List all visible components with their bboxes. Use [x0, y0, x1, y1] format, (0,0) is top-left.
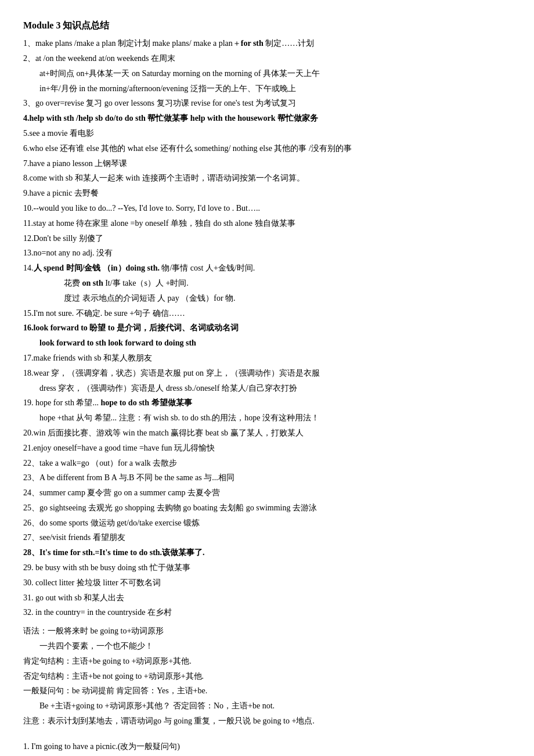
- line33: 32. in the country= in the countryside 在…: [23, 606, 511, 620]
- line3b: in+年/月份 in the morning/afternoon/evening…: [23, 82, 511, 96]
- gram5: 一般疑问句：be 动词提前 肯定回答：Yes，主语+be.: [23, 684, 511, 698]
- line17b: look forward to sth look forward to doin…: [23, 336, 511, 350]
- line15c: 度过 表示地点的介词短语 人 pay （金钱）for 物.: [23, 291, 511, 305]
- line13: 12.Don't be silly 别傻了: [23, 232, 511, 246]
- line26: 25、go sightseeing 去观光 go shopping 去购物 go…: [23, 501, 511, 515]
- line15b: 花费 on sth It/事 take（s）人 +时间.: [23, 276, 511, 290]
- gram1: 语法：一般将来时 be going to+动词原形: [23, 624, 511, 638]
- line22: 21.enjoy oneself=have a good time =have …: [23, 441, 511, 455]
- line3a: at+时间点 on+具体某一天 on Saturday morning on t…: [23, 67, 511, 81]
- grammar-section: 语法：一般将来时 be going to+动词原形 一共四个要素，一个也不能少！…: [23, 624, 511, 728]
- line28: 27、see/visit friends 看望朋友: [23, 531, 511, 545]
- gram4: 否定句结构：主语+be not going to +动词原形+其他.: [23, 669, 511, 683]
- gram2: 一共四个要素，一个也不能少！: [23, 639, 511, 653]
- exercise1: 1. I'm going to have a picnic.(改为一般疑问句): [23, 740, 511, 754]
- line31: 30. collect litter 捡垃圾 litter 不可数名词: [23, 576, 511, 590]
- line7: 6.who else 还有谁 else 其他的 what else 还有什么 s…: [23, 142, 511, 156]
- line16: 15.I'm not sure. 不确定. be sure +句子 确信……: [23, 307, 511, 321]
- line12: 11.stay at home 待在家里 alone =by oneself 单…: [23, 217, 511, 231]
- line25: 24、summer camp 夏令营 go on a summer camp 去…: [23, 486, 511, 500]
- line32: 31. go out with sb 和某人出去: [23, 591, 511, 605]
- line30: 29. be busy with sth be busy doing sth 忙…: [23, 561, 511, 575]
- line21: 20.win 后面接比赛、游戏等 win the match 赢得比赛 beat…: [23, 426, 511, 440]
- line10: 9.have a picnic 去野餐: [23, 186, 511, 200]
- line18: 17.make friends with sb 和某人教朋友: [23, 351, 511, 365]
- line9: 8.come with sb 和某人一起来 with 连接两个主语时，谓语动词按…: [23, 171, 511, 185]
- line17a: 16.look forward to 盼望 to 是介词，后接代词、名词或动名词: [23, 321, 511, 335]
- line19a: 18.wear 穿，（强调穿着，状态）宾语是衣服 put on 穿上，（强调动作…: [23, 366, 511, 380]
- exercise-section: 1. I'm going to have a picnic.(改为一般疑问句): [23, 740, 511, 754]
- line4: 3、go over=revise 复习 go over lessons 复习功课…: [23, 96, 511, 110]
- line1: 1、make plans /make a plan 制定计划 make plan…: [23, 37, 511, 51]
- line2: 2、at /on the weekend at/on weekends 在周末: [23, 52, 511, 66]
- line8: 7.have a piano lesson 上钢琴课: [23, 157, 511, 171]
- gram3: 肯定句结构：主语+be going to +动词原形+其他.: [23, 654, 511, 668]
- gram7: 注意：表示计划到某地去，谓语动词go 与 going 重复，一般只说 be go…: [23, 714, 511, 728]
- line27: 26、do some sports 做运动 get/do/take exerci…: [23, 516, 511, 530]
- gram6: Be +主语+going to +动词原形+其他？ 否定回答：No，主语+be …: [23, 699, 511, 713]
- line20b: hope +that 从句 希望... 注意：有 wish sb. to do …: [23, 411, 511, 425]
- line23: 22、take a walk=go （out）for a walk 去散步: [23, 456, 511, 470]
- line20a: 19. hope for sth 希望... hope to do sth 希望…: [23, 396, 511, 410]
- page-title: Module 3 知识点总结: [23, 17, 511, 33]
- line15a: 14.人 spend 时间/金钱 （in）doing sth. 物/事情 cos…: [23, 261, 511, 275]
- line14: 13.no=not any no adj. 没有: [23, 246, 511, 260]
- line19b: dress 穿衣，（强调动作）宾语是人 dress sb./oneself 给某…: [23, 381, 511, 395]
- line29: 28、It's time for sth.=It's time to do st…: [23, 546, 511, 560]
- line6: 5.see a movie 看电影: [23, 127, 511, 141]
- line11: 10.--would you like to do...? --Yes, I'd…: [23, 201, 511, 215]
- line5: 4.help with sth /help sb do/to do sth 帮忙…: [23, 111, 511, 125]
- line24: 23、A be different from B A 与.B 不同 be the…: [23, 471, 511, 485]
